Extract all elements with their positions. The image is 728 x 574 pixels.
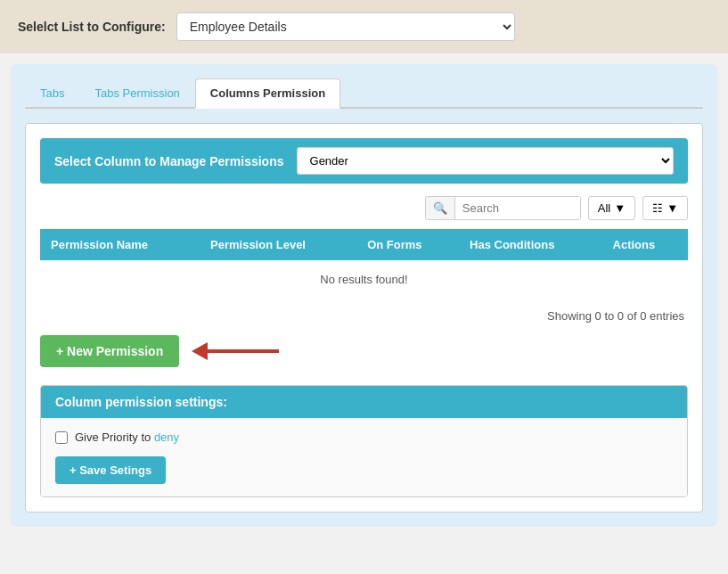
search-input[interactable] bbox=[455, 197, 580, 219]
col-perm-header: Column permission settings: bbox=[41, 386, 687, 418]
give-priority-checkbox[interactable] bbox=[55, 431, 68, 444]
col-has-conditions: Has Conditions bbox=[459, 229, 602, 260]
arrow-indicator bbox=[193, 342, 279, 360]
col-permission-level: Permission Level bbox=[200, 229, 356, 260]
no-results-row: No results found! bbox=[40, 260, 688, 299]
search-row: 🔍 All ▼ ☷ ▼ bbox=[40, 196, 688, 220]
columns-toggle-button[interactable]: ☷ ▼ bbox=[642, 196, 688, 220]
col-permission-name: Permission Name bbox=[40, 229, 200, 260]
new-permission-row: + New Permission bbox=[40, 335, 688, 367]
chevron-down-icon-cols: ▼ bbox=[667, 201, 678, 215]
chevron-down-icon: ▼ bbox=[614, 201, 626, 215]
new-permission-button[interactable]: + New Permission bbox=[40, 335, 179, 367]
search-wrapper: 🔍 bbox=[425, 196, 581, 220]
col-on-forms: On Forms bbox=[356, 229, 459, 260]
deny-highlight: deny bbox=[154, 430, 179, 444]
permissions-table: Permission Name Permission Level On Form… bbox=[40, 229, 688, 299]
tab-columns-permission[interactable]: Columns Permission bbox=[195, 78, 340, 109]
checkbox-row: Give Priority to deny bbox=[55, 430, 673, 444]
tab-tabs-permission[interactable]: Tabs Permission bbox=[79, 78, 194, 107]
list-select[interactable]: Employee Details bbox=[176, 12, 515, 41]
arrow-head bbox=[192, 342, 208, 360]
main-content: Tabs Tabs Permission Columns Permission … bbox=[11, 64, 717, 527]
no-results-text: No results found! bbox=[40, 260, 688, 299]
column-select[interactable]: Gender Name Age Department bbox=[297, 147, 674, 175]
col-perm-body: Give Priority to deny + Save Setings bbox=[41, 418, 687, 496]
select-column-row: Select Column to Manage Permissions Gend… bbox=[40, 138, 688, 184]
select-list-label: Selelct List to Configure: bbox=[18, 20, 166, 34]
showing-entries: Showing 0 to 0 of 0 entries bbox=[40, 309, 688, 323]
give-priority-label[interactable]: Give Priority to deny bbox=[75, 430, 179, 444]
panel: Select Column to Manage Permissions Gend… bbox=[25, 123, 703, 512]
select-column-label: Select Column to Manage Permissions bbox=[54, 154, 284, 168]
filter-all-button[interactable]: All ▼ bbox=[588, 196, 635, 220]
col-actions: Actions bbox=[602, 229, 688, 260]
search-icon: 🔍 bbox=[426, 197, 455, 219]
column-permission-settings: Column permission settings: Give Priorit… bbox=[40, 385, 688, 497]
tabs-row: Tabs Tabs Permission Columns Permission bbox=[25, 78, 703, 109]
arrow-line bbox=[208, 349, 279, 353]
tab-tabs[interactable]: Tabs bbox=[25, 78, 79, 107]
table-header-row: Permission Name Permission Level On Form… bbox=[40, 229, 688, 260]
save-settings-button[interactable]: + Save Setings bbox=[55, 456, 166, 484]
columns-icon: ☷ bbox=[652, 201, 663, 215]
top-bar: Selelct List to Configure: Employee Deta… bbox=[0, 0, 728, 53]
